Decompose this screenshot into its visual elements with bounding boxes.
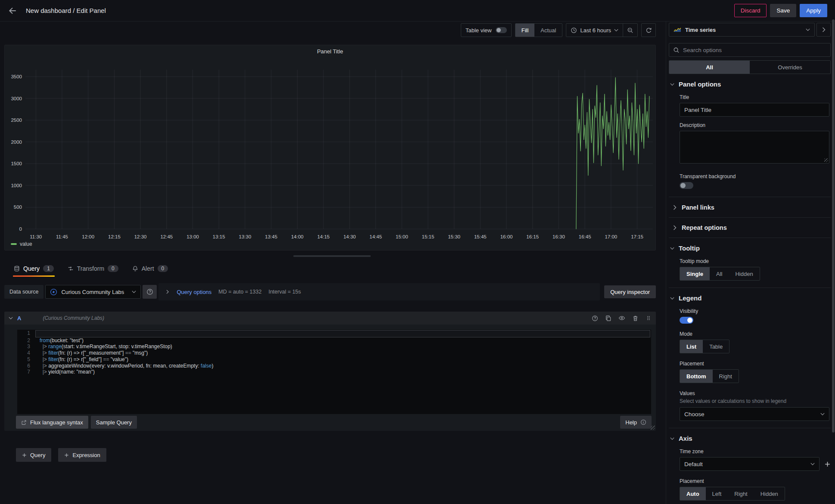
discard-button[interactable]: Discard [734,4,767,17]
legend-placement-bottom[interactable]: Bottom [680,370,713,383]
legend-values-placeholder: Choose [684,411,705,417]
query-ref-letter[interactable]: A [17,315,21,322]
tab-transform[interactable]: Transform 0 [67,263,119,277]
panel-options-header[interactable]: Panel options [669,74,831,89]
panel-links-section[interactable]: Panel links [669,197,831,217]
time-range-picker[interactable]: Last 6 hours [566,24,623,37]
flux-code-editor[interactable]: 1 2from(bucket: "test")3 |> range(start:… [17,330,651,414]
query-row-header[interactable]: A (Curious Community Labs) [4,312,656,325]
x-axis-tick: 11:45 [56,234,68,239]
legend-header[interactable]: Legend [669,288,831,303]
legend-values-description: Select values or calculations to show in… [680,398,831,404]
sample-query-button[interactable]: Sample Query [91,416,137,429]
axis-title: Axis [679,435,692,442]
table-view-label: Table view [466,27,492,34]
table-view-toggle[interactable] [496,27,507,33]
axis-placement-auto[interactable]: Auto [680,487,706,500]
plus-icon [22,453,27,458]
sidebar-scrollbar[interactable] [832,19,835,433]
legend-mode-list[interactable]: List [680,340,703,353]
legend-color-swatch [11,243,17,245]
filter-tab-all[interactable]: All [669,61,750,74]
query-inspector-button[interactable]: Query inspector [604,285,656,298]
description-textarea[interactable] [680,131,829,164]
tooltip-title: Tooltip [679,244,700,252]
zoom-out-button[interactable] [623,24,637,37]
code-line[interactable]: 1 [17,330,651,337]
panel-resize-handle[interactable] [293,255,371,257]
topbar-actions: Discard Save Apply [734,4,827,17]
legend-body: Visibility Mode List Table Placement Bot… [669,308,831,421]
legend-series-label[interactable]: value [20,241,32,247]
drag-grip-icon[interactable] [646,315,652,321]
fill-option[interactable]: Fill [515,24,535,37]
panel-options-body: Title Description Transparent background [669,94,831,189]
back-button[interactable] [4,3,21,19]
add-timezone-button[interactable] [825,461,830,467]
x-axis-tick: 11:30 [30,234,42,239]
table-view-control: Table view [461,23,512,37]
datasource-help-button[interactable] [143,285,157,299]
add-query-label: Query [30,452,45,458]
add-expression-button[interactable]: Expression [58,448,106,462]
code-line[interactable]: 7 |> yield(name: "mean") [17,369,651,375]
filter-tab-overrides[interactable]: Overrides [750,61,830,74]
visualization-picker[interactable]: Time series [669,23,815,37]
apply-button[interactable]: Apply [800,4,827,17]
repeat-options-section[interactable]: Repeat options [669,217,831,238]
datasource-picker[interactable]: Curious Community Labs [45,285,141,299]
legend-placement-right[interactable]: Right [713,370,739,383]
tooltip-header[interactable]: Tooltip [669,238,831,253]
delete-query-icon[interactable] [632,315,639,322]
legend-visibility-toggle[interactable] [680,317,693,324]
query-options-link[interactable]: Query options [177,289,211,295]
tooltip-mode-hidden[interactable]: Hidden [729,267,759,280]
panel-title-input[interactable] [680,103,829,117]
add-query-button[interactable]: Query [16,448,51,462]
y-axis-tick: 2500 [11,117,22,123]
edit-panel-left-area: Table view Fill Actual Last 6 hours [0,22,664,504]
y-axis-tick: 0 [19,226,22,232]
duplicate-query-icon[interactable] [605,315,612,322]
tooltip-mode-all[interactable]: All [710,267,729,280]
x-axis-tick: 13:00 [186,234,199,239]
save-button[interactable]: Save [770,4,796,17]
tab-alert[interactable]: Alert 0 [131,263,169,277]
options-search-input[interactable] [683,47,826,53]
code-line[interactable]: 6 |> aggregateWindow(every: v.windowPeri… [17,363,651,369]
tooltip-mode-group: Single All Hidden [680,267,760,281]
tooltip-mode-single[interactable]: Single [680,267,710,280]
code-line[interactable]: 4 |> filter(fn: (r) => r["_measurement"]… [17,350,651,356]
page-title: New dashboard / Edit Panel [26,7,106,14]
axis-placement-hidden[interactable]: Hidden [754,487,785,500]
axis-placement-right[interactable]: Right [728,487,754,500]
axis-header[interactable]: Axis [669,428,831,443]
x-axis-tick: 17:15 [631,234,643,239]
collapse-pane-button[interactable] [816,23,831,37]
code-line[interactable]: 3 |> range(start: v.timeRangeStart, stop… [17,343,651,350]
legend-values-select[interactable]: Choose [680,407,829,421]
query-help-icon[interactable] [592,315,598,322]
time-range-control: Last 6 hours [566,23,638,37]
legend-placement-label: Placement [680,361,831,367]
transparent-background-toggle[interactable] [680,182,693,189]
legend-mode-table[interactable]: Table [703,340,729,353]
timezone-select[interactable]: Default [680,457,819,471]
flux-syntax-label: Flux language syntax [30,419,83,426]
help-button[interactable]: Help [620,416,652,429]
axis-placement-left[interactable]: Left [706,487,728,500]
chevron-down-icon [670,83,674,86]
x-axis-tick: 12:15 [108,234,121,239]
flux-syntax-button[interactable]: Flux language syntax [16,416,88,429]
code-line[interactable]: 5 |> filter(fn: (r) => r["_field"] == "v… [17,356,651,363]
y-axis-tick: 3500 [11,74,22,79]
code-line[interactable]: 2from(bucket: "test") [17,337,651,344]
collapse-chevron-icon[interactable] [9,317,13,319]
tab-query[interactable]: Query 1 [13,263,55,277]
refresh-button[interactable] [641,23,656,37]
chevron-down-icon [810,463,815,465]
panel-options-title: Panel options [679,80,721,88]
actual-option[interactable]: Actual [534,24,562,37]
fill-actual-group: Fill Actual [515,23,563,37]
hide-query-icon[interactable] [618,315,625,322]
